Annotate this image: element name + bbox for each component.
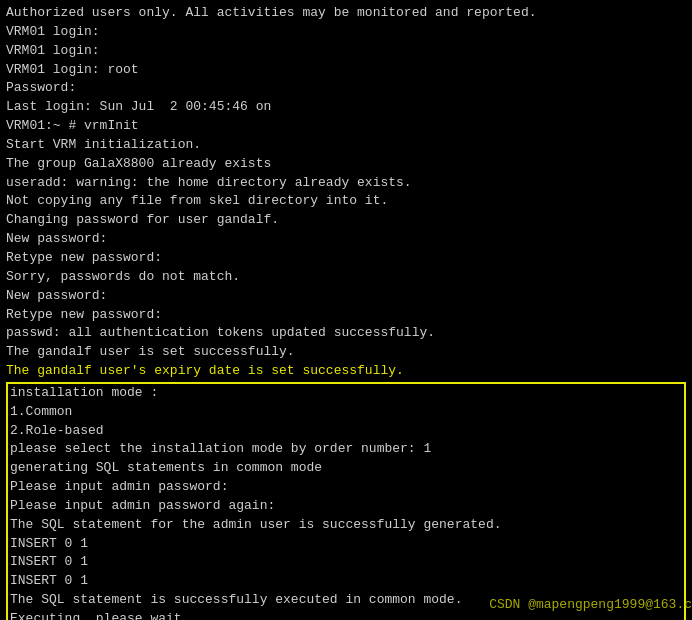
watermark: CSDN @mapengpeng1999@163.c: [489, 597, 692, 612]
terminal-line: Password:: [6, 79, 686, 98]
terminal-window: Authorized users only. All activities ma…: [0, 0, 692, 620]
terminal-line: 1.Common: [10, 403, 682, 422]
terminal-line: Changing password for user gandalf.: [6, 211, 686, 230]
terminal-line: VRM01 login:: [6, 23, 686, 42]
terminal-line: The gandalf user is set successfully.: [6, 343, 686, 362]
terminal-line: Retype new password:: [6, 306, 686, 325]
terminal-line: Not copying any file from skel directory…: [6, 192, 686, 211]
terminal-line: VRM01 login:: [6, 42, 686, 61]
terminal-line: generating SQL statements in common mode: [10, 459, 682, 478]
terminal-line: Please input admin password:: [10, 478, 682, 497]
terminal-line: INSERT 0 1: [10, 535, 682, 554]
terminal-line: please select the installation mode by o…: [10, 440, 682, 459]
terminal-line: New password:: [6, 287, 686, 306]
terminal-line: Sorry, passwords do not match.: [6, 268, 686, 287]
terminal-line: The SQL statement for the admin user is …: [10, 516, 682, 535]
terminal-highlighted-block: installation mode :1.Common2.Role-basedp…: [6, 382, 686, 620]
terminal-line: New password:: [6, 230, 686, 249]
terminal-line: INSERT 0 1: [10, 553, 682, 572]
terminal-line: useradd: warning: the home directory alr…: [6, 174, 686, 193]
terminal-line: Start VRM initialization.: [6, 136, 686, 155]
terminal-top-lines: Authorized users only. All activities ma…: [6, 4, 686, 381]
terminal-line: 2.Role-based: [10, 422, 682, 441]
terminal-line: INSERT 0 1: [10, 572, 682, 591]
terminal-line: VRM01:~ # vrmInit: [6, 117, 686, 136]
terminal-line: installation mode :: [10, 384, 682, 403]
terminal-line: The gandalf user's expiry date is set su…: [6, 362, 686, 381]
terminal-line: Please input admin password again:: [10, 497, 682, 516]
terminal-line: passwd: all authentication tokens update…: [6, 324, 686, 343]
terminal-line: The group GalaX8800 already exists: [6, 155, 686, 174]
terminal-line: Authorized users only. All activities ma…: [6, 4, 686, 23]
terminal-line: Retype new password:: [6, 249, 686, 268]
terminal-line: VRM01 login: root: [6, 61, 686, 80]
terminal-line: Last login: Sun Jul 2 00:45:46 on: [6, 98, 686, 117]
terminal-highlighted-lines: installation mode :1.Common2.Role-basedp…: [10, 384, 682, 620]
